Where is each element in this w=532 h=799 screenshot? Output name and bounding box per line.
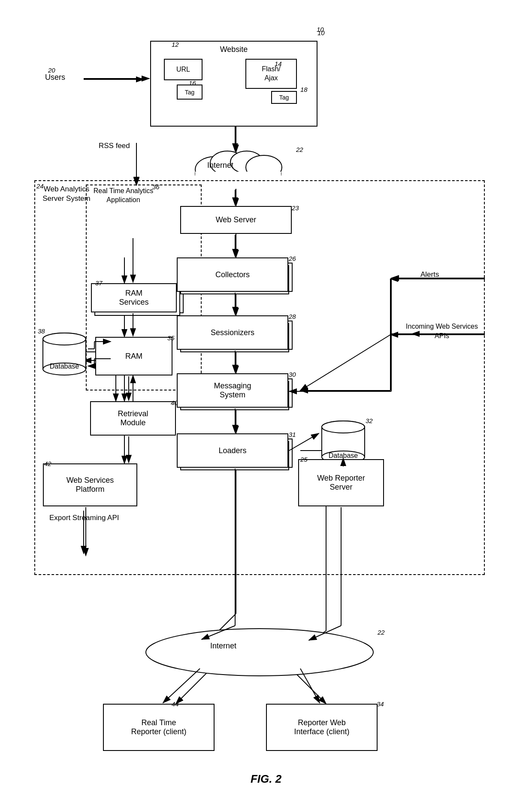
label-28: 28 — [289, 313, 296, 320]
label-32: 32 — [366, 417, 373, 424]
incoming-web-label: Incoming Web Services APIs — [403, 322, 481, 341]
svg-point-50 — [322, 421, 365, 433]
label-34: 34 — [377, 700, 384, 708]
export-streaming-label: Export Streaming API — [49, 513, 119, 523]
fig-title: FIG. 2 — [206, 772, 326, 786]
label-36: 36 — [152, 183, 160, 191]
label-18: 18 — [300, 86, 308, 93]
collectors-box: Collectors — [177, 257, 288, 292]
tag2-box: Tag — [271, 91, 297, 104]
label-25: 25 — [300, 456, 308, 463]
database-right-label: Database — [320, 452, 367, 460]
rta-label: Real Time Analytics Application — [90, 187, 157, 205]
website-box: Website URL Tag Flash/ Ajax Tag — [150, 41, 317, 127]
alerts-label: Alerts — [420, 270, 439, 279]
label-30: 30 — [289, 371, 296, 378]
label-23: 23 — [292, 204, 299, 212]
web-services-platform-box: Web Services Platform — [43, 463, 137, 506]
ram-box: RAM — [95, 337, 172, 375]
tag1-box: Tag — [177, 85, 203, 100]
website-label: Website — [220, 45, 248, 54]
internet-bottom-svg — [142, 626, 378, 678]
web-reporter-server-box: Web Reporter Server — [298, 459, 384, 506]
label-22b: 22 — [378, 629, 385, 636]
svg-point-46 — [43, 333, 86, 345]
reporter-web-interface-box: Reporter Web Interface (client) — [266, 704, 378, 751]
label-26: 26 — [289, 255, 296, 262]
messaging-system-box: Messaging System — [177, 373, 288, 408]
retrieval-module-box: Retrieval Module — [90, 401, 176, 436]
label-16: 16 — [189, 79, 196, 87]
svg-point-51 — [146, 629, 373, 676]
loaders-box: Loaders — [177, 433, 288, 468]
internet-top-label: Internet — [207, 161, 233, 170]
url-box: URL — [164, 59, 203, 80]
label-14: 14 — [275, 60, 282, 67]
real-time-reporter-box: Real Time Reporter (client) — [103, 704, 215, 751]
label-35: 35 — [167, 334, 175, 342]
label-22: 22 — [296, 146, 303, 153]
sessionizers-box: Sessionizers — [177, 315, 288, 350]
label-24: 24 — [36, 182, 44, 190]
label-37: 37 — [95, 279, 103, 287]
label-20: 20 — [48, 67, 55, 74]
label-10: 10 — [317, 29, 325, 36]
label-38: 38 — [38, 327, 45, 335]
database-left-label: Database — [41, 363, 88, 370]
web-server-box: Web Server — [180, 206, 292, 234]
flash-ajax-box: Flash/ Ajax — [245, 59, 297, 89]
rss-feed-label: RSS feed — [99, 142, 130, 150]
label-12: 12 — [172, 41, 179, 48]
label-42: 42 — [44, 460, 51, 467]
internet-bottom-label: Internet — [210, 642, 236, 651]
users-label: Users — [45, 73, 65, 82]
database-left-svg — [41, 330, 88, 378]
ram-services-box: RAM Services — [91, 283, 177, 312]
label-44: 44 — [172, 700, 179, 708]
label-31: 31 — [289, 431, 296, 438]
diagram: 10 Website URL Tag Flash/ Ajax Tag 12 14… — [0, 0, 532, 799]
